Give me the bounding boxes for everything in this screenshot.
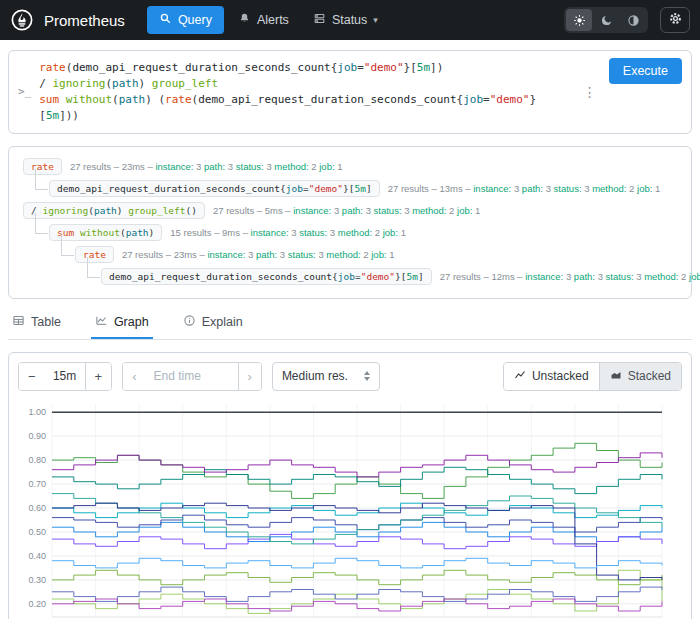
graph-icon <box>95 314 108 330</box>
theme-light-button[interactable] <box>566 9 592 31</box>
end-time-picker: ‹ › <box>122 362 262 391</box>
svg-text:1.00: 1.00 <box>28 407 46 417</box>
info-icon <box>183 314 196 330</box>
svg-text:0.40: 0.40 <box>28 551 46 561</box>
navbar: Prometheus Query Alerts Status ▾ <box>0 0 700 40</box>
tree-node[interactable]: demo_api_request_duration_seconds_count{… <box>49 180 660 197</box>
line-chart-icon <box>514 369 526 384</box>
server-icon <box>313 12 326 28</box>
tree-node-expression[interactable]: / ignoring(path) group_left() <box>23 202 205 219</box>
chevron-down-icon: ▾ <box>373 15 378 25</box>
end-time-next-button[interactable]: › <box>238 363 261 390</box>
tab-table[interactable]: Table <box>8 307 65 339</box>
svg-text:0.20: 0.20 <box>28 599 46 609</box>
end-time-prev-button[interactable]: ‹ <box>123 363 145 390</box>
execute-button[interactable]: Execute <box>609 58 682 84</box>
tree-node-stats: 27 results – 5ms – instance: 3 path: 3 s… <box>213 205 480 216</box>
nav-query-label: Query <box>178 13 212 27</box>
tree-node[interactable]: rate27 results – 23ms – instance: 3 path… <box>23 158 343 175</box>
stacked-label: Stacked <box>628 369 671 383</box>
query-tree-panel: rate27 results – 23ms – instance: 3 path… <box>8 146 692 299</box>
resolution-value: Medium res. <box>282 369 348 383</box>
tree-node-stats: 27 results – 23ms – instance: 3 path: 3 … <box>122 249 395 260</box>
prompt-icon: >_ <box>18 85 31 98</box>
gear-icon <box>668 11 683 29</box>
tree-node-stats: 27 results – 23ms – instance: 3 path: 3 … <box>70 161 343 172</box>
select-chevrons-icon <box>364 371 370 381</box>
svg-text:0.90: 0.90 <box>28 431 46 441</box>
tree-node[interactable]: / ignoring(path) group_left()27 results … <box>23 202 480 219</box>
tab-table-label: Table <box>31 315 61 329</box>
tab-explain-label: Explain <box>202 315 243 329</box>
tree-node[interactable]: demo_api_request_duration_seconds_count{… <box>101 268 700 285</box>
svg-text:0.30: 0.30 <box>28 575 46 585</box>
tree-node[interactable]: rate27 results – 23ms – instance: 3 path… <box>75 246 395 263</box>
nav-alerts-button[interactable]: Alerts <box>228 6 299 34</box>
svg-text:0.50: 0.50 <box>28 527 46 537</box>
unstacked-button[interactable]: Unstacked <box>504 363 599 390</box>
tree-node[interactable]: sum without(path)15 results – 9ms – inst… <box>49 224 406 241</box>
search-icon <box>159 12 172 28</box>
tree-node-stats: 27 results – 12ms – instance: 3 path: 3 … <box>440 271 700 282</box>
main-content: >_ rate(demo_api_request_duration_second… <box>0 40 700 619</box>
query-editor[interactable]: rate(demo_api_request_duration_seconds_c… <box>39 58 571 126</box>
theme-toggle-group <box>564 7 648 33</box>
tree-node-stats: 15 results – 9ms – instance: 3 status: 3… <box>170 227 406 238</box>
nav-alerts-label: Alerts <box>257 13 289 27</box>
graph-controls: − + ‹ › Medium res. Unstacked <box>18 362 682 391</box>
tab-graph-label: Graph <box>114 315 149 329</box>
tab-graph[interactable]: Graph <box>91 307 153 339</box>
stacked-chart-icon <box>610 369 622 384</box>
nav-status-label: Status <box>332 13 367 27</box>
tree-node-expression[interactable]: demo_api_request_duration_seconds_count{… <box>49 180 380 197</box>
end-time-input[interactable] <box>146 363 238 390</box>
range-stepper: − + <box>18 362 112 391</box>
bell-icon <box>238 12 251 28</box>
time-series-graph[interactable]: 0.200.300.400.500.600.700.800.901.0011:0… <box>18 399 682 619</box>
kebab-menu-icon[interactable]: ⋮ <box>579 84 601 100</box>
settings-button[interactable] <box>660 7 690 33</box>
svg-text:0.80: 0.80 <box>28 455 46 465</box>
brand[interactable]: Prometheus <box>44 12 125 29</box>
range-decrease-button[interactable]: − <box>19 363 45 390</box>
stack-toggle-group: Unstacked Stacked <box>503 362 682 391</box>
graph-panel: − + ‹ › Medium res. Unstacked <box>8 352 692 619</box>
stacked-button[interactable]: Stacked <box>599 363 681 390</box>
query-editor-panel: >_ rate(demo_api_request_duration_second… <box>8 50 692 134</box>
unstacked-label: Unstacked <box>532 369 589 383</box>
result-tabs: Table Graph Explain <box>8 307 692 340</box>
tree-node-expression[interactable]: demo_api_request_duration_seconds_count{… <box>101 268 432 285</box>
theme-auto-button[interactable] <box>620 9 646 31</box>
nav-status-button[interactable]: Status ▾ <box>303 6 388 34</box>
range-increase-button[interactable]: + <box>85 363 112 390</box>
resolution-select[interactable]: Medium res. <box>272 362 380 391</box>
nav-query-button[interactable]: Query <box>147 6 224 34</box>
prometheus-logo-icon <box>10 8 34 32</box>
range-input[interactable] <box>45 363 85 390</box>
tree-node-stats: 27 results – 13ms – instance: 3 path: 3 … <box>388 183 661 194</box>
tab-explain[interactable]: Explain <box>179 307 247 339</box>
svg-text:0.70: 0.70 <box>28 479 46 489</box>
svg-text:0.60: 0.60 <box>28 503 46 513</box>
theme-dark-button[interactable] <box>593 9 619 31</box>
table-icon <box>12 314 25 330</box>
